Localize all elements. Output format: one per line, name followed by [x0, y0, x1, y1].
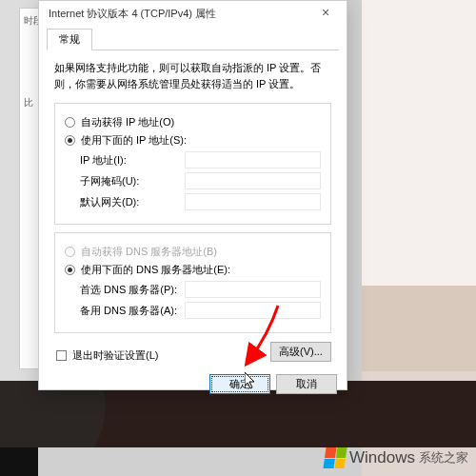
radio-manual-dns-label: 使用下面的 DNS 服务器地址(E): — [81, 263, 230, 277]
advanced-button[interactable]: 高级(V)... — [270, 342, 331, 362]
tab-strip: 常规 — [47, 28, 339, 50]
windows-logo-icon — [323, 447, 347, 468]
dialog-content: 如果网络支持此功能，则可以获取自动指派的 IP 设置。否则，你需要从网络系统管理… — [39, 50, 347, 368]
default-gateway-label: 默认网关(D): — [80, 195, 185, 209]
branding-watermark: Windows 系统之家 — [325, 447, 468, 468]
radio-icon — [65, 117, 75, 128]
alternate-dns-input[interactable] — [185, 302, 321, 319]
dns-settings-group: 自动获得 DNS 服务器地址(B) 使用下面的 DNS 服务器地址(E): 首选… — [54, 232, 331, 333]
radio-manual-dns[interactable]: 使用下面的 DNS 服务器地址(E): — [65, 263, 321, 277]
tab-general[interactable]: 常规 — [47, 29, 92, 50]
checkbox-icon — [56, 350, 67, 361]
cancel-button[interactable]: 取消 — [276, 374, 337, 394]
ip-address-label: IP 地址(I): — [80, 153, 185, 168]
preferred-dns-input[interactable] — [185, 281, 321, 298]
radio-auto-dns: 自动获得 DNS 服务器地址(B) — [65, 245, 321, 259]
ip-address-input[interactable] — [185, 151, 321, 169]
validate-on-exit-checkbox[interactable]: 退出时验证设置(L) — [56, 348, 158, 363]
ip-address-row: IP 地址(I): — [80, 151, 321, 169]
close-button[interactable]: × — [310, 4, 341, 23]
radio-icon — [65, 265, 75, 275]
ok-button[interactable]: 确定 — [209, 374, 270, 394]
brand-name: Windows — [349, 448, 415, 467]
default-gateway-input[interactable] — [185, 193, 321, 210]
subnet-mask-label: 子网掩码(U): — [80, 174, 185, 188]
dialog-button-row: 确定 取消 — [39, 368, 347, 404]
radio-manual-ip-label: 使用下面的 IP 地址(S): — [81, 133, 187, 148]
description-text: 如果网络支持此功能，则可以获取自动指派的 IP 设置。否则，你需要从网络系统管理… — [54, 60, 331, 91]
radio-manual-ip[interactable]: 使用下面的 IP 地址(S): — [65, 133, 321, 148]
brand-suffix: 系统之家 — [419, 449, 468, 466]
radio-icon — [65, 247, 75, 257]
radio-auto-ip[interactable]: 自动获得 IP 地址(O) — [65, 115, 321, 129]
ipv4-properties-dialog: Internet 协议版本 4 (TCP/IPv4) 属性 × 常规 如果网络支… — [38, 0, 347, 390]
default-gateway-row: 默认网关(D): — [80, 193, 321, 210]
validate-on-exit-label: 退出时验证设置(L) — [72, 348, 158, 363]
subnet-mask-input[interactable] — [185, 172, 321, 189]
alternate-dns-label: 备用 DNS 服务器(A): — [80, 304, 185, 318]
preferred-dns-label: 首选 DNS 服务器(P): — [80, 283, 185, 297]
subnet-mask-row: 子网掩码(U): — [80, 172, 321, 189]
radio-icon — [65, 135, 75, 146]
alternate-dns-row: 备用 DNS 服务器(A): — [80, 302, 321, 319]
titlebar[interactable]: Internet 协议版本 4 (TCP/IPv4) 属性 × — [39, 1, 347, 26]
radio-auto-dns-label: 自动获得 DNS 服务器地址(B) — [81, 245, 217, 259]
radio-auto-ip-label: 自动获得 IP 地址(O) — [81, 115, 174, 129]
dialog-title: Internet 协议版本 4 (TCP/IPv4) 属性 — [49, 7, 310, 21]
ip-settings-group: 自动获得 IP 地址(O) 使用下面的 IP 地址(S): IP 地址(I): … — [54, 103, 331, 225]
preferred-dns-row: 首选 DNS 服务器(P): — [80, 281, 321, 298]
